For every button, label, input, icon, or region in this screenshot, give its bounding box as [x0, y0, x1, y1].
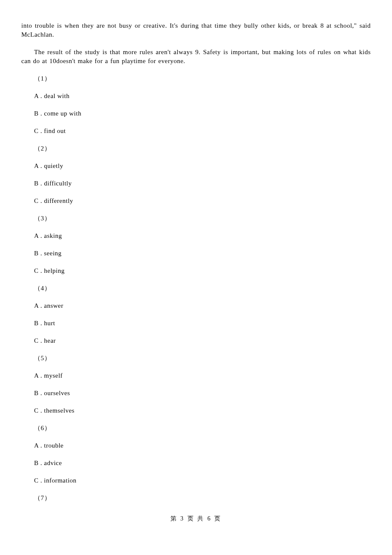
passage-paragraph-1: into trouble is when they are not busy o…	[21, 21, 371, 39]
option-c: C . find out	[34, 127, 371, 136]
passage-paragraph-2: The result of the study is that more rul…	[21, 48, 371, 66]
option-label: A .	[34, 92, 44, 99]
option-text: answer	[44, 302, 63, 309]
option-b: B . hurt	[34, 319, 371, 328]
option-label: A .	[34, 372, 44, 379]
question-number: （7）	[34, 494, 371, 503]
option-label: C .	[34, 477, 44, 484]
option-label: B .	[34, 390, 44, 396]
option-label: C .	[34, 127, 44, 134]
option-b: B . seeing	[34, 249, 371, 258]
option-label: A .	[34, 232, 44, 239]
option-text: hurt	[44, 320, 55, 327]
option-c: C . themselves	[34, 406, 371, 415]
option-c: C . helping	[34, 266, 371, 275]
option-text: quietly	[44, 162, 63, 169]
option-b: B . ourselves	[34, 389, 371, 398]
option-text: helping	[44, 267, 65, 274]
option-text: themselves	[44, 407, 75, 414]
question-number: （2）	[34, 144, 371, 153]
option-text: find out	[44, 127, 66, 134]
option-a: A . deal with	[34, 92, 371, 101]
option-label: A .	[34, 302, 44, 309]
question-number: （3）	[34, 214, 371, 223]
option-label: B .	[34, 460, 44, 466]
option-text: seeing	[44, 250, 61, 257]
option-text: asking	[44, 232, 62, 239]
questions-container: （1） A . deal with B . come up with C . f…	[34, 74, 371, 503]
option-c: C . hear	[34, 336, 371, 345]
question-number: （1）	[34, 74, 371, 83]
option-text: advice	[44, 460, 62, 466]
question-number: （4）	[34, 284, 371, 293]
option-b: B . come up with	[34, 109, 371, 118]
option-text: information	[44, 477, 76, 484]
option-b: B . difficultly	[34, 179, 371, 188]
option-text: come up with	[44, 110, 81, 117]
option-a: A . answer	[34, 301, 371, 310]
option-text: trouble	[44, 442, 63, 449]
option-label: B .	[34, 320, 44, 327]
option-c: C . information	[34, 476, 371, 485]
option-a: A . trouble	[34, 441, 371, 450]
option-text: differently	[44, 197, 73, 204]
option-label: C .	[34, 407, 44, 414]
option-label: B .	[34, 180, 44, 187]
option-b: B . advice	[34, 459, 371, 468]
option-text: difficultly	[44, 180, 72, 187]
option-text: hear	[44, 337, 56, 344]
option-text: deal with	[44, 92, 69, 99]
option-text: ourselves	[44, 390, 70, 396]
option-label: C .	[34, 267, 44, 274]
question-number: （5）	[34, 354, 371, 363]
option-c: C . differently	[34, 197, 371, 205]
option-a: A . myself	[34, 371, 371, 380]
page-footer: 第 3 页 共 6 页	[21, 515, 371, 523]
option-a: A . quietly	[34, 162, 371, 171]
option-label: C .	[34, 337, 44, 344]
option-label: B .	[34, 110, 44, 117]
option-text: myself	[44, 372, 63, 379]
option-label: A .	[34, 442, 44, 449]
option-label: A .	[34, 162, 44, 169]
option-label: B .	[34, 250, 44, 257]
option-label: C .	[34, 197, 44, 204]
question-number: （6）	[34, 424, 371, 433]
option-a: A . asking	[34, 231, 371, 240]
